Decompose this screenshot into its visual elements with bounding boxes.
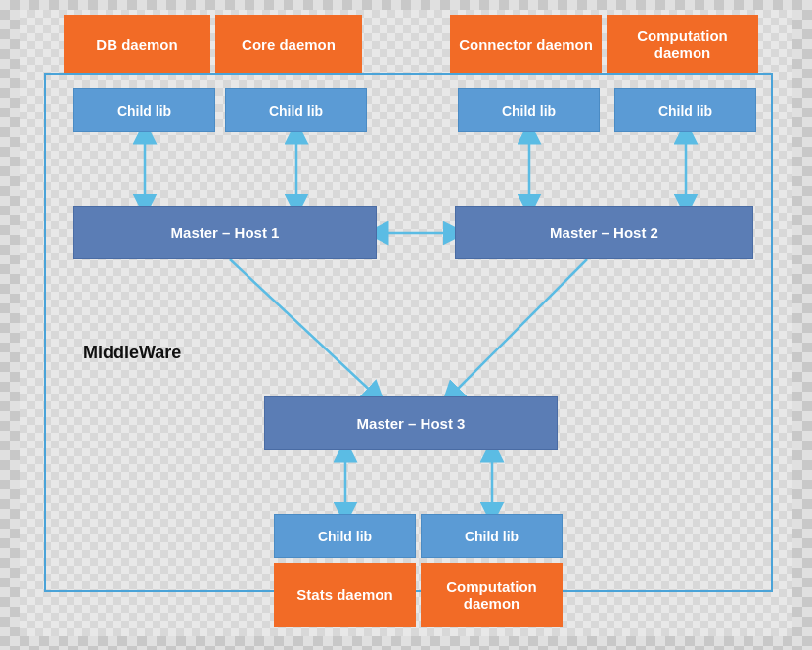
child-lib-4: Child lib	[614, 88, 756, 132]
core-daemon: Core daemon	[215, 15, 362, 73]
computation-daemon-bot: Computation daemon	[421, 563, 563, 627]
middleware-label: MiddleWare	[83, 343, 181, 363]
child-lib-1: Child lib	[73, 88, 215, 132]
master-host-3: Master – Host 3	[264, 396, 558, 450]
master-host-2: Master – Host 2	[455, 206, 753, 259]
db-daemon: DB daemon	[64, 15, 210, 73]
child-lib-5: Child lib	[274, 514, 416, 558]
child-lib-3: Child lib	[458, 88, 600, 132]
computation-daemon-top: Computation daemon	[607, 15, 758, 73]
stats-daemon: Stats daemon	[274, 563, 416, 627]
connector-daemon: Connector daemon	[450, 15, 602, 73]
master-host-1: Master – Host 1	[73, 206, 377, 259]
child-lib-6: Child lib	[421, 514, 563, 558]
child-lib-2: Child lib	[225, 88, 367, 132]
